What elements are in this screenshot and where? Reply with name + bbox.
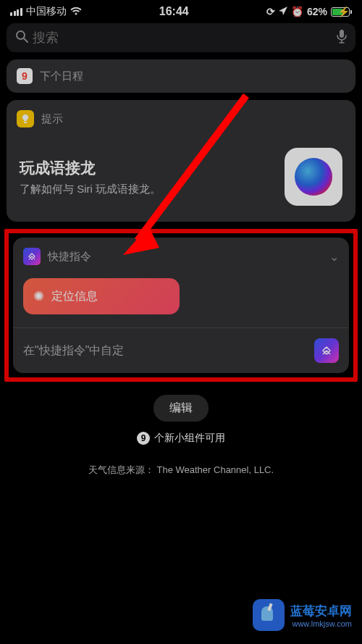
- status-left: 中国移动: [10, 5, 82, 18]
- sparkle-icon: ✺: [33, 288, 44, 304]
- chevron-down-icon[interactable]: ⌄: [329, 250, 339, 264]
- widgets-count-badge: 9: [137, 432, 150, 445]
- clock-label: 16:44: [159, 5, 189, 18]
- tips-headline: 玩成语接龙: [20, 158, 161, 178]
- search-bar[interactable]: [7, 23, 355, 52]
- calendar-widget[interactable]: 9 下个日程: [7, 59, 355, 93]
- lightbulb-icon: [17, 110, 34, 127]
- wifi-icon: [70, 6, 82, 18]
- alarm-icon: ⏰: [291, 6, 303, 17]
- svg-line-1: [24, 38, 28, 42]
- svg-rect-2: [340, 30, 344, 38]
- status-bar: 中国移动 16:44 ⟳ ⏰ 62% ⚡: [0, 0, 362, 20]
- battery-pct-label: 62%: [307, 6, 327, 17]
- location-icon: [279, 6, 287, 17]
- edit-button[interactable]: 编辑: [153, 395, 209, 422]
- shortcuts-app-icon: [314, 338, 339, 363]
- watermark-title: 蓝莓安卓网: [290, 603, 352, 619]
- shortcuts-customize-label: 在"快捷指令"中自定: [23, 343, 124, 359]
- battery-icon: ⚡: [331, 7, 352, 17]
- shortcuts-customize-row[interactable]: 在"快捷指令"中自定: [13, 327, 349, 373]
- shortcuts-widget[interactable]: 快捷指令 ⌄ ✺ 定位信息 在"快捷指令"中自定: [13, 238, 349, 373]
- carrier-label: 中国移动: [26, 5, 67, 18]
- calendar-icon: 9: [17, 68, 33, 84]
- shortcuts-title: 快捷指令: [48, 250, 91, 264]
- shortcut-chip-label: 定位信息: [51, 289, 98, 304]
- tips-subtitle: 了解如何与 Siri 玩成语接龙。: [20, 183, 161, 196]
- tips-widget[interactable]: 提示 玩成语接龙 了解如何与 Siri 玩成语接龙。: [7, 100, 355, 222]
- watermark: 蓝莓安卓网 www.lmkjsw.com: [253, 599, 352, 631]
- widgets-available-label: 个新小组件可用: [154, 432, 225, 445]
- widgets-available-row[interactable]: 9 个新小组件可用: [7, 432, 355, 445]
- watermark-url: www.lmkjsw.com: [290, 619, 352, 628]
- weather-source-label: 天气信息来源： The Weather Channel, LLC.: [7, 464, 355, 477]
- search-icon: [15, 30, 28, 46]
- siri-icon: [285, 148, 342, 206]
- signal-icon: [10, 8, 22, 16]
- shortcuts-app-icon: [23, 248, 41, 265]
- orientation-lock-icon: ⟳: [266, 6, 275, 17]
- tips-title: 提示: [41, 112, 63, 126]
- shortcut-chip-location[interactable]: ✺ 定位信息: [23, 278, 180, 314]
- search-input[interactable]: [33, 30, 337, 46]
- calendar-title: 下个日程: [40, 70, 83, 83]
- annotation-highlight: 快捷指令 ⌄ ✺ 定位信息 在"快捷指令"中自定: [4, 229, 358, 382]
- watermark-logo-icon: [253, 599, 285, 631]
- status-right: ⟳ ⏰ 62% ⚡: [266, 6, 352, 17]
- mic-icon[interactable]: [337, 29, 347, 46]
